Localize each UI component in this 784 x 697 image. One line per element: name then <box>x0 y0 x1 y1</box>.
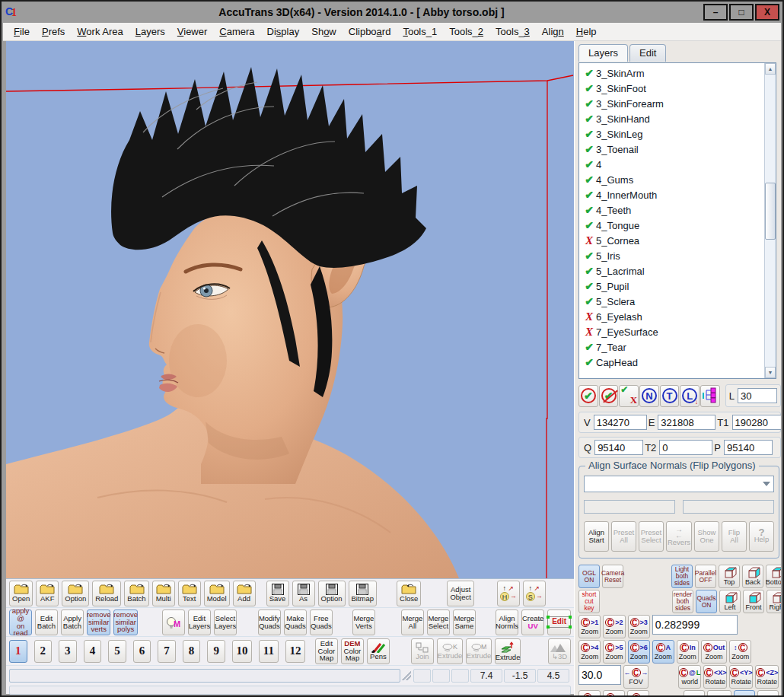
cam-light-both-sides-button[interactable]: Light both sides <box>671 565 693 588</box>
extrude-button[interactable]: MExtrude <box>466 638 492 664</box>
check-all-button[interactable]: ✔ <box>578 385 598 407</box>
cam-zoom-button[interactable]: CInZoom <box>677 640 699 664</box>
menu-tools-2[interactable]: Tools_2 <box>443 24 489 40</box>
select-layers-button[interactable]: Select Layers <box>214 609 237 635</box>
batch-button[interactable]: Batch <box>124 581 148 606</box>
cam-btn-button[interactable] <box>684 690 705 695</box>
cam-fov-button[interactable]: ←C→FOV <box>623 665 649 689</box>
cam-world-button[interactable]: C@Lworld <box>678 665 701 689</box>
merge-same-button[interactable]: Merge Same <box>453 609 476 635</box>
cam-front-button[interactable]: Front <box>743 590 764 613</box>
tris-field[interactable] <box>732 415 781 430</box>
merge-all-button[interactable]: Merge All <box>401 609 424 635</box>
layer-item-3-toenail[interactable]: ✔3_Toenail <box>582 142 764 157</box>
layer-item-7-tear[interactable]: ✔7_Tear <box>582 339 764 355</box>
maximize-button[interactable]: □ <box>729 4 754 21</box>
view-10-button[interactable]: 10 <box>232 640 252 663</box>
cam-zoom-button[interactable]: C>5Zoom <box>603 640 625 664</box>
cam-camera-reset-button[interactable]: Camera Reset <box>602 565 623 588</box>
layer-item-5-sclera[interactable]: ✔5_Sclera <box>582 294 764 309</box>
name-l-button[interactable]: L↓ <box>680 385 700 407</box>
edit-color-map-button[interactable]: Edit Color Map <box>315 638 338 664</box>
view-7-button[interactable]: 7 <box>158 640 176 663</box>
uncheck-all-button[interactable]: ✔ <box>599 385 619 407</box>
cam-center-button[interactable]: Center <box>707 690 731 695</box>
layer-list-scrollbar[interactable]: ▲ ▼ <box>764 63 776 378</box>
preset-all-button[interactable]: Preset All <box>611 521 636 552</box>
highlight-m-button[interactable]: M <box>162 609 185 635</box>
3d-viewport[interactable] <box>6 41 574 578</box>
menu-display[interactable]: Display <box>261 24 306 40</box>
layer-tree-button[interactable] <box>700 385 720 407</box>
verts-field[interactable] <box>594 415 647 430</box>
layer-item-3-skinarm[interactable]: ✔3_SkinArm <box>582 65 764 81</box>
cam-zoom-button[interactable]: CAZoom <box>652 640 674 664</box>
preset-select-button[interactable]: Preset Select <box>639 521 664 552</box>
cam-rotate-button[interactable]: C<Z>Rotate <box>755 665 779 689</box>
cam-zoom-button[interactable]: C>6Zoom <box>628 640 650 664</box>
reload-button[interactable]: Reload <box>92 581 121 606</box>
layer-item-caphead[interactable]: ✔CapHead <box>582 355 764 370</box>
layer-item-4-innermouth[interactable]: ✔4_InnerMouth <box>582 187 764 202</box>
3d-button[interactable]: ↳3D <box>548 638 571 664</box>
join-button[interactable]: Join <box>411 638 434 664</box>
menu-viewer[interactable]: Viewer <box>171 24 214 40</box>
cam-render-both-sides-button[interactable]: render both sides <box>672 590 693 613</box>
cam-c-button[interactable]: C <box>734 690 755 695</box>
cam-rotate-button[interactable]: C<X>Rotate <box>703 665 727 689</box>
cam-zoom-button[interactable]: C>4Zoom <box>578 640 601 664</box>
cam-s-button[interactable]: Cs <box>757 690 779 695</box>
align-field-1[interactable] <box>584 500 675 514</box>
cam-ogl-on-button[interactable]: OGL ON <box>578 565 600 588</box>
view-1-button[interactable]: 1 <box>9 640 27 663</box>
align-normls-button[interactable]: Align Normls <box>496 609 518 635</box>
apply-on-read-button[interactable]: apply @ on read <box>9 609 32 635</box>
view-9-button[interactable]: 9 <box>207 640 225 663</box>
view-6-button[interactable]: 6 <box>133 640 151 663</box>
layer-item-5-iris[interactable]: ✔5_Iris <box>582 248 764 263</box>
cam-short-cut-key-button[interactable]: short cut key <box>578 590 600 613</box>
h-tool-button[interactable]: ↑ ↗ H→ <box>497 581 520 606</box>
fov-field[interactable] <box>578 665 621 685</box>
apply-batch-button[interactable]: Apply Batch <box>61 609 84 635</box>
menu-help[interactable]: Help <box>570 24 603 40</box>
save-button[interactable]: Save <box>266 581 289 606</box>
layer-item-3-skinleg[interactable]: ✔3_SkinLeg <box>582 126 764 142</box>
cam-zoom-button[interactable]: C→Zoom <box>603 690 625 695</box>
help-button[interactable]: ?Help <box>749 521 774 552</box>
multi-button[interactable]: Multi <box>152 581 175 606</box>
cam-zoom-button[interactable]: ↕CZoom <box>729 640 751 664</box>
menu-prefs[interactable]: Prefs <box>36 24 71 40</box>
merge-select-button[interactable]: Merge Select <box>427 609 450 635</box>
cam-bottom-button[interactable]: Bottom <box>766 565 781 588</box>
view-2-button[interactable]: 2 <box>34 640 53 663</box>
akf-button[interactable]: AKF <box>36 581 59 606</box>
menu-work-area[interactable]: Work Area <box>71 24 129 40</box>
edit-selection-button[interactable]: Edit <box>547 609 571 635</box>
resize-grip[interactable] <box>402 671 411 680</box>
option-button[interactable]: Option <box>318 581 346 606</box>
layer-item-4-gums[interactable]: ✔4_Gums <box>582 172 764 187</box>
open-button[interactable]: Open <box>9 581 33 606</box>
cam-parallel-off-button[interactable]: Parallel OFF <box>695 565 716 588</box>
align-field-2[interactable] <box>683 500 774 514</box>
dem-color-map-button[interactable]: DEM Color Map <box>341 638 364 664</box>
pens-button[interactable]: Pens <box>367 638 390 664</box>
view-5-button[interactable]: 5 <box>108 640 126 663</box>
cam-quads-on-button[interactable]: Quads ON <box>696 590 717 613</box>
scroll-thumb[interactable] <box>765 183 776 240</box>
zoom-factor-field[interactable] <box>652 615 738 635</box>
close-button[interactable]: Close <box>397 581 421 606</box>
view-3-button[interactable]: 3 <box>59 640 77 663</box>
menu-show[interactable]: Show <box>305 24 343 40</box>
scroll-down-icon[interactable]: ▼ <box>765 367 776 378</box>
remove-similar-verts-button[interactable]: remove similar verts <box>87 609 110 635</box>
option-button[interactable]: Option <box>62 581 89 606</box>
cam-back-button[interactable]: Back <box>742 565 763 588</box>
view-12-button[interactable]: 12 <box>285 640 305 663</box>
make-quads-button[interactable]: Make Quads <box>284 609 307 635</box>
edit-batch-button[interactable]: Edit Batch <box>35 609 58 635</box>
cam-zoom-button[interactable]: C>3Zoom <box>628 615 650 638</box>
menu-file[interactable]: File <box>8 24 36 40</box>
cam-zoom-button[interactable]: C↑Zoom <box>627 690 649 695</box>
